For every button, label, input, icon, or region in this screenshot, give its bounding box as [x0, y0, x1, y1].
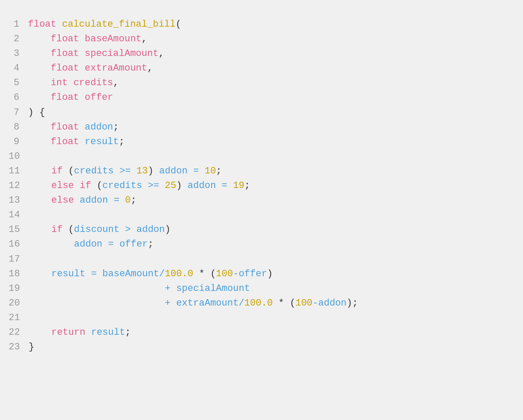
code-token: 13 — [136, 166, 148, 176]
code-line: 7) { — [9, 105, 514, 120]
code-token: float — [28, 92, 85, 103]
code-token: 10 — [205, 166, 216, 176]
line-number: 19 — [9, 281, 28, 296]
code-token: >= — [142, 180, 165, 191]
line-number: 20 — [9, 296, 28, 311]
code-token: extraAmount — [85, 63, 147, 74]
code-line: 16 addon = offer; — [9, 237, 514, 252]
code-token: float — [28, 136, 85, 147]
code-line: 4 float extraAmount, — [9, 61, 514, 76]
code-token: ; — [119, 136, 124, 147]
code-content: float addon; — [28, 120, 514, 135]
code-content: + specialAmount — [28, 281, 514, 296]
code-line: 19 + specialAmount — [9, 281, 514, 296]
line-number: 4 — [9, 61, 28, 76]
code-content: ) { — [28, 105, 514, 120]
code-token: baseAmount — [85, 34, 142, 44]
code-content: if (credits >= 13) addon = 10; — [28, 164, 514, 179]
code-content: int credits, — [28, 76, 514, 90]
code-token: ; — [244, 180, 250, 191]
code-token: , — [159, 48, 164, 59]
code-token: ; — [113, 122, 119, 133]
code-content: float result; — [28, 135, 514, 149]
code-token: result — [28, 269, 85, 279]
code-token: + — [28, 283, 176, 294]
code-content: result = baseAmount/100.0 * (100-offer) — [28, 267, 514, 281]
code-token: ) — [267, 269, 273, 279]
code-token: if — [80, 180, 97, 191]
code-content: float offer — [28, 90, 514, 105]
code-line: 9 float result; — [9, 135, 514, 149]
code-token: addon — [159, 166, 188, 176]
code-line: 20 + extraAmount/100.0 * (100-addon); — [9, 296, 514, 311]
line-number: 13 — [9, 193, 28, 208]
code-token: float — [28, 48, 85, 59]
code-content — [28, 311, 514, 325]
code-token: > — [120, 224, 137, 235]
code-token: 19 — [233, 180, 244, 191]
code-token: , — [142, 34, 147, 44]
code-token: int — [28, 77, 74, 88]
code-token: calculate_final_bill — [62, 19, 175, 30]
code-line: 14 — [9, 208, 514, 222]
code-token: specialAmount — [176, 283, 250, 294]
code-token: = — [108, 195, 125, 206]
code-token: discount — [74, 224, 120, 235]
code-token: else — [28, 180, 80, 191]
code-token: extraAmount — [176, 298, 239, 309]
line-number: 16 — [9, 237, 28, 252]
code-line: 12 else if (credits >= 25) addon = 19; — [9, 179, 514, 193]
code-token: } — [28, 342, 34, 352]
code-token: ; — [131, 195, 136, 206]
code-token: addon — [188, 180, 216, 191]
code-line: 3 float specialAmount, — [9, 46, 514, 61]
code-line: 2 float baseAmount, — [9, 32, 514, 46]
code-line: 11 if (credits >= 13) addon = 10; — [9, 164, 514, 179]
code-line: 22 return result; — [9, 325, 514, 340]
code-line: 18 result = baseAmount/100.0 * (100-offe… — [9, 267, 514, 281]
code-content: } — [28, 340, 514, 355]
code-editor: 1float calculate_final_bill(2 float base… — [9, 13, 514, 359]
code-token: / — [159, 269, 165, 279]
code-token: ( — [68, 224, 74, 235]
code-line: 8 float addon; — [9, 120, 514, 135]
line-number: 10 — [9, 149, 28, 164]
code-token: specialAmount — [85, 48, 159, 59]
line-number: 9 — [9, 135, 28, 149]
code-line: 13 else addon = 0; — [9, 193, 514, 208]
code-token: 0 — [125, 195, 131, 206]
code-token: result — [91, 327, 125, 338]
line-number: 17 — [9, 252, 28, 267]
code-content: if (discount > addon) — [28, 222, 514, 237]
code-token: - — [233, 269, 239, 279]
code-token: addon — [318, 298, 347, 309]
code-token: , — [113, 77, 119, 88]
code-token: / — [239, 298, 244, 309]
line-number: 18 — [9, 267, 28, 281]
code-token: return — [28, 327, 91, 338]
code-content — [28, 208, 514, 222]
code-content: else if (credits >= 25) addon = 19; — [28, 179, 514, 193]
code-token: 25 — [165, 180, 176, 191]
code-token: * ( — [193, 269, 216, 279]
code-line: 6 float offer — [9, 90, 514, 105]
code-token: = — [188, 166, 205, 176]
code-token: = — [102, 239, 120, 250]
code-line: 15 if (discount > addon) — [9, 222, 514, 237]
line-number: 14 — [9, 208, 28, 222]
code-line: 17 — [9, 252, 514, 267]
code-token: ; — [125, 327, 131, 338]
line-number: 23 — [9, 340, 28, 355]
code-token: float — [28, 19, 62, 30]
code-content: float calculate_final_bill( — [28, 17, 514, 32]
code-token: ) { — [28, 107, 45, 118]
line-number: 7 — [9, 105, 28, 120]
code-line: 10 — [9, 149, 514, 164]
code-token: if — [28, 224, 68, 235]
code-line: 23} — [9, 340, 514, 355]
code-token: float — [28, 122, 85, 133]
code-token: float — [28, 34, 85, 44]
code-token: credits — [74, 77, 113, 88]
code-token: ) — [176, 180, 188, 191]
code-content: float baseAmount, — [28, 32, 514, 46]
